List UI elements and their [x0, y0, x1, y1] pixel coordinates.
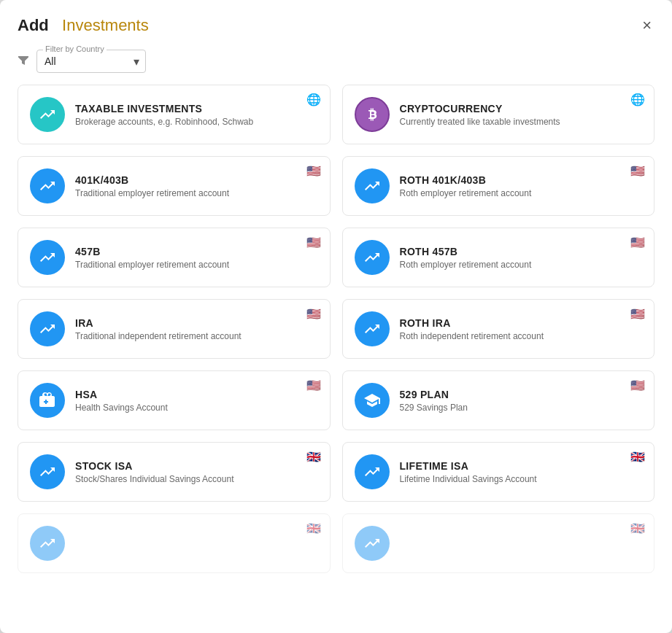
card-401k-403b[interactable]: 401K/403B Traditional employer retiremen…: [18, 156, 331, 216]
card-desc-ira: Traditional independent retirement accou…: [75, 331, 318, 341]
card-cryptocurrency[interactable]: CRYPTOCURRENCY Currently treated like ta…: [342, 85, 655, 144]
filter-row: Filter by Country All United States Unit…: [0, 44, 672, 85]
flag-457b: 🇺🇸: [306, 236, 321, 249]
card-icon-cryptocurrency: [355, 97, 390, 132]
card-name-hsa: HSA: [75, 389, 318, 400]
card-text-roth-457b: ROTH 457B Roth employer retirement accou…: [400, 246, 643, 270]
card-name-401k-403b: 401K/403B: [75, 174, 318, 186]
card-name-ira: IRA: [75, 317, 318, 329]
card-icon-lifetime-isa: [355, 454, 390, 489]
card-text-roth-401k-403b: ROTH 401K/403B Roth employer retirement …: [400, 174, 643, 198]
cards-grid: TAXABLE INVESTMENTS Brokerage accounts, …: [18, 85, 654, 573]
card-457b[interactable]: 457B Traditional employer retirement acc…: [18, 228, 331, 287]
flag-roth-ira: 🇺🇸: [630, 307, 645, 321]
card-text-lifetime-isa: LIFETIME ISA Lifetime Individual Savings…: [400, 460, 643, 484]
card-desc-457b: Traditional employer retirement account: [75, 260, 318, 270]
card-icon-529-plan: [355, 383, 390, 418]
title-add: Add: [18, 16, 49, 34]
modal: Add Investments × Filter by Country All …: [0, 0, 672, 633]
card-icon-bottom-left: [30, 526, 65, 561]
filter-icon: [18, 54, 29, 69]
card-icon-457b: [30, 240, 65, 275]
card-name-roth-401k-403b: ROTH 401K/403B: [400, 174, 643, 186]
card-desc-cryptocurrency: Currently treated like taxable investmen…: [400, 117, 643, 127]
filter-container: Filter by Country All United States Unit…: [36, 50, 146, 73]
flag-hsa: 🇺🇸: [306, 378, 321, 392]
card-text-457b: 457B Traditional employer retirement acc…: [75, 246, 318, 270]
filter-label: Filter by Country: [43, 44, 107, 53]
card-text-ira: IRA Traditional independent retirement a…: [75, 317, 318, 341]
card-icon-bottom-right: [355, 526, 390, 561]
flag-bottom-left: 🇬🇧: [306, 521, 321, 535]
card-text-401k-403b: 401K/403B Traditional employer retiremen…: [75, 174, 318, 198]
card-529-plan[interactable]: 529 PLAN 529 Savings Plan 🇺🇸: [342, 370, 655, 430]
card-hsa[interactable]: HSA Health Savings Account 🇺🇸: [18, 370, 331, 430]
card-icon-stock-isa: [30, 454, 65, 489]
card-icon-roth-ira: [355, 311, 390, 346]
flag-lifetime-isa: 🇬🇧: [630, 450, 645, 464]
flag-cryptocurrency: 🌐: [630, 93, 645, 106]
flag-taxable-investments: 🌐: [306, 93, 321, 106]
card-icon-roth-457b: [355, 240, 390, 275]
filter-select[interactable]: All United States United Kingdom Canada …: [45, 55, 122, 67]
card-icon-hsa: [30, 383, 65, 418]
flag-529-plan: 🇺🇸: [630, 378, 645, 392]
card-text-hsa: HSA Health Savings Account: [75, 389, 318, 413]
card-name-529-plan: 529 PLAN: [400, 389, 643, 400]
card-icon-ira: [30, 311, 65, 346]
modal-header: Add Investments ×: [0, 0, 672, 44]
card-desc-roth-457b: Roth employer retirement account: [400, 260, 643, 270]
card-name-stock-isa: STOCK ISA: [75, 460, 318, 472]
card-bottom-left[interactable]: 🇬🇧: [18, 513, 331, 573]
cards-area: TAXABLE INVESTMENTS Brokerage accounts, …: [0, 85, 672, 633]
flag-ira: 🇺🇸: [306, 307, 321, 321]
modal-title: Add Investments: [18, 16, 149, 35]
card-ira[interactable]: IRA Traditional independent retirement a…: [18, 299, 331, 359]
card-roth-ira[interactable]: ROTH IRA Roth independent retirement acc…: [342, 299, 655, 359]
card-desc-stock-isa: Stock/Shares Individual Savings Account: [75, 474, 318, 484]
card-desc-roth-401k-403b: Roth employer retirement account: [400, 188, 643, 198]
flag-roth-457b: 🇺🇸: [630, 236, 645, 249]
card-taxable-investments[interactable]: TAXABLE INVESTMENTS Brokerage accounts, …: [18, 85, 331, 144]
card-roth-401k-403b[interactable]: ROTH 401K/403B Roth employer retirement …: [342, 156, 655, 216]
card-name-lifetime-isa: LIFETIME ISA: [400, 460, 643, 472]
card-name-cryptocurrency: CRYPTOCURRENCY: [400, 103, 643, 114]
card-desc-529-plan: 529 Savings Plan: [400, 403, 643, 413]
card-text-cryptocurrency: CRYPTOCURRENCY Currently treated like ta…: [400, 103, 643, 127]
flag-401k-403b: 🇺🇸: [306, 164, 321, 178]
card-name-taxable-investments: TAXABLE INVESTMENTS: [75, 103, 318, 114]
card-desc-hsa: Health Savings Account: [75, 403, 318, 413]
card-desc-taxable-investments: Brokerage accounts, e.g. Robinhood, Schw…: [75, 117, 318, 127]
card-roth-457b[interactable]: ROTH 457B Roth employer retirement accou…: [342, 228, 655, 287]
card-text-roth-ira: ROTH IRA Roth independent retirement acc…: [400, 317, 643, 341]
card-desc-lifetime-isa: Lifetime Individual Savings Account: [400, 474, 643, 484]
card-name-roth-ira: ROTH IRA: [400, 317, 643, 329]
card-icon-roth-401k-403b: [355, 168, 390, 203]
card-text-taxable-investments: TAXABLE INVESTMENTS Brokerage accounts, …: [75, 103, 318, 127]
card-name-roth-457b: ROTH 457B: [400, 246, 643, 257]
card-stock-isa[interactable]: STOCK ISA Stock/Shares Individual Saving…: [18, 442, 331, 502]
card-desc-roth-ira: Roth independent retirement account: [400, 331, 643, 341]
card-bottom-right[interactable]: 🇬🇧: [342, 513, 655, 573]
close-button[interactable]: ×: [639, 15, 654, 36]
card-icon-taxable-investments: [30, 97, 65, 132]
flag-bottom-right: 🇬🇧: [630, 521, 645, 535]
card-icon-401k-403b: [30, 168, 65, 203]
card-text-stock-isa: STOCK ISA Stock/Shares Individual Saving…: [75, 460, 318, 484]
card-lifetime-isa[interactable]: LIFETIME ISA Lifetime Individual Savings…: [342, 442, 655, 502]
title-investments: Investments: [62, 16, 149, 34]
flag-stock-isa: 🇬🇧: [306, 450, 321, 464]
card-desc-401k-403b: Traditional employer retirement account: [75, 188, 318, 198]
card-text-529-plan: 529 PLAN 529 Savings Plan: [400, 389, 643, 413]
chevron-down-icon: ▾: [134, 55, 139, 69]
flag-roth-401k-403b: 🇺🇸: [630, 164, 645, 178]
card-name-457b: 457B: [75, 246, 318, 257]
